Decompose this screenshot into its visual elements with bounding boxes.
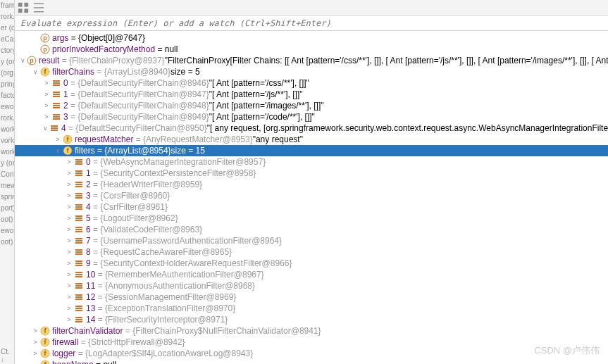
expand-arrow-icon[interactable]: ∨ [20, 55, 25, 66]
stack-frame[interactable]: work.bea [0, 124, 14, 135]
expand-arrow-icon[interactable]: > [66, 235, 73, 246]
expand-arrow-icon[interactable]: > [66, 280, 73, 291]
tree-row-f3[interactable]: > 3 = {CorsFilter@8960} [15, 190, 608, 201]
stack-frame[interactable]: y (org [0, 158, 14, 169]
expand-arrow-icon[interactable]: > [66, 168, 73, 179]
var-type: = {DefaultSecurityFilterChain@8948} [70, 100, 209, 111]
stack-frame[interactable]: ework [0, 101, 14, 113]
stack-frame[interactable]: work.bea [0, 146, 14, 158]
tree-row-requestMatcher[interactable]: > f requestMatcher = {AnyRequestMatcher@… [15, 134, 608, 145]
tree-row-f4[interactable]: > 4 = {CsrfFilter@8961} [15, 201, 608, 213]
tree-row-result[interactable]: ∨ p result = {FilterChainProxy@8937} "Fi… [15, 55, 608, 66]
stack-frame[interactable]: rork.b [0, 11, 14, 23]
expand-arrow-icon[interactable]: > [66, 190, 73, 201]
stack-frame[interactable]: factor [0, 90, 14, 101]
tree-row-f1[interactable]: > 1 = {SecurityContextPersistenceFilter@… [15, 168, 608, 179]
stack-frame[interactable]: oot) [0, 237, 14, 248]
svg-rect-20 [53, 96, 60, 97]
tree-row-logger[interactable]: > f logger = {LogAdapter$Slf4jLocationAw… [15, 348, 608, 359]
tree-row-fc4[interactable]: ∨ 4 = {DefaultSecurityFilterChain@8950} … [15, 123, 608, 134]
element-icon [74, 270, 84, 280]
expand-arrow-icon[interactable]: ∨ [43, 123, 48, 134]
tree-row-f2[interactable]: > 2 = {HeaderWriterFilter@8959} [15, 179, 608, 190]
tree-row-f11[interactable]: > 11 = {AnonymousAuthenticationFilter@89… [15, 280, 608, 291]
stack-frame[interactable]: frame [0, 0, 14, 11]
expression-input[interactable] [20, 18, 608, 28]
expand-arrow-icon[interactable]: > [32, 325, 39, 337]
element-icon [74, 292, 84, 302]
tree-row-f6[interactable]: > 6 = {ValidateCodeFilter@8963} [15, 224, 608, 235]
expand-arrow-icon[interactable]: > [54, 134, 61, 145]
expand-arrow-icon[interactable]: > [66, 291, 73, 303]
expand-arrow-icon[interactable]: > [66, 303, 73, 314]
expand-arrow-icon[interactable]: > [66, 246, 73, 258]
expand-arrow-icon[interactable]: > [43, 77, 50, 89]
toolbar-btn-1[interactable] [16, 1, 30, 14]
toolbar-btn-2[interactable] [32, 1, 46, 14]
tree-row-fc3[interactable]: > 3 = {DefaultSecurityFilterChain@8949} … [15, 111, 608, 123]
tree-row-args[interactable]: p args = {Object[0]@7647} [15, 32, 608, 44]
tree-row-f9[interactable]: > 9 = {SecurityContextHolderAwareRequest… [15, 258, 608, 269]
variables-tree[interactable]: p args = {Object[0]@7647} p priorInvoked… [15, 31, 608, 364]
expand-arrow-icon[interactable]: > [66, 258, 73, 269]
expand-arrow-icon[interactable]: > [66, 314, 73, 325]
svg-rect-37 [75, 172, 82, 174]
tree-row-fc0[interactable]: > 0 = {DefaultSecurityFilterChain@8946} … [15, 77, 608, 89]
tree-row-filters[interactable]: ∨ f filters = {ArrayList@8954} size = 15 [15, 145, 608, 156]
tree-row-f0[interactable]: > 0 = {WebAsyncManagerIntegrationFilter@… [15, 156, 608, 168]
stack-frame[interactable]: rork.b [0, 113, 14, 124]
var-value: "any request" [253, 134, 303, 145]
expand-arrow-icon[interactable]: > [66, 179, 73, 190]
expand-arrow-icon[interactable]: > [66, 224, 73, 235]
tree-row-f14[interactable]: > 14 = {FilterSecurityInterceptor@8971} [15, 314, 608, 325]
tree-row-fc2[interactable]: > 2 = {DefaultSecurityFilterChain@8948} … [15, 100, 608, 111]
tree-row-beanName[interactable]: f beanName = null [15, 359, 608, 364]
stack-frame[interactable]: vork.b [0, 135, 14, 146]
var-name: 3 [63, 111, 68, 123]
var-type: = {LogoutFilter@8962} [93, 213, 178, 224]
var-value: "[ Ant [pattern='/js/**'], []]" [209, 89, 303, 100]
expand-arrow-icon[interactable]: > [32, 337, 39, 348]
var-name: 11 [86, 280, 95, 291]
stack-frame[interactable]: Conte [0, 169, 14, 180]
svg-rect-0 [18, 2, 23, 6]
tree-row-f8[interactable]: > 8 = {RequestCacheAwareFilter@8965} [15, 246, 608, 258]
expand-arrow-icon[interactable]: ∨ [54, 145, 61, 156]
svg-rect-45 [75, 197, 82, 199]
stack-frame[interactable]: mewo [0, 180, 14, 192]
expand-arrow-icon[interactable]: ∨ [32, 66, 39, 77]
tree-row-filterChains[interactable]: ∨ f filterChains = {ArrayList@8940} size… [15, 66, 608, 77]
tree-row-f12[interactable]: > 12 = {SessionManagementFilter@8969} [15, 291, 608, 303]
stack-frame[interactable]: (org.s [0, 68, 14, 79]
tree-row-firewall[interactable]: > f firewall = {StrictHttpFirewall@8942} [15, 337, 608, 348]
expand-arrow-icon[interactable]: > [66, 201, 73, 213]
stack-frame[interactable]: ctory [0, 45, 14, 56]
tree-row-f10[interactable]: > 10 = {RememberMeAuthenticationFilter@8… [15, 269, 608, 280]
stack-frame[interactable]: oot) [0, 214, 14, 225]
expand-arrow-icon[interactable]: > [43, 111, 50, 123]
stack-frame[interactable]: spring [0, 192, 14, 203]
stack-frame[interactable]: port) [0, 203, 14, 214]
stack-frame[interactable]: ework [0, 225, 14, 237]
expand-arrow-icon[interactable]: > [43, 100, 50, 111]
var-name: logger [52, 348, 75, 359]
svg-rect-41 [75, 182, 82, 183]
frames-stack-panel: frame rork.b er (or eCapa ctory y (org (… [0, 0, 15, 364]
expand-arrow-icon[interactable]: > [32, 348, 39, 359]
expand-arrow-icon[interactable]: > [43, 89, 50, 100]
tree-row-fcv[interactable]: > f filterChainValidator = {FilterChainP… [15, 325, 608, 337]
stack-frame[interactable]: er (or [0, 23, 14, 34]
svg-rect-21 [53, 105, 60, 106]
expand-arrow-icon[interactable]: > [66, 156, 73, 168]
var-name: filterChains [52, 66, 94, 77]
tree-row-f5[interactable]: > 5 = {LogoutFilter@8962} [15, 213, 608, 224]
stack-frame[interactable]: pringf [0, 79, 14, 90]
expand-arrow-icon[interactable]: > [66, 269, 73, 280]
tree-row-prior[interactable]: p priorInvokedFactoryMethod = null [15, 44, 608, 55]
stack-frame[interactable]: y (org [0, 56, 14, 68]
expand-arrow-icon[interactable]: > [66, 213, 73, 224]
stack-frame[interactable]: eCapa [0, 34, 14, 45]
tree-row-fc1[interactable]: > 1 = {DefaultSecurityFilterChain@8947} … [15, 89, 608, 100]
tree-row-f7[interactable]: > 7 = {UsernamePasswordAuthenticationFil… [15, 235, 608, 246]
tree-row-f13[interactable]: > 13 = {ExceptionTranslationFilter@8970} [15, 303, 608, 314]
